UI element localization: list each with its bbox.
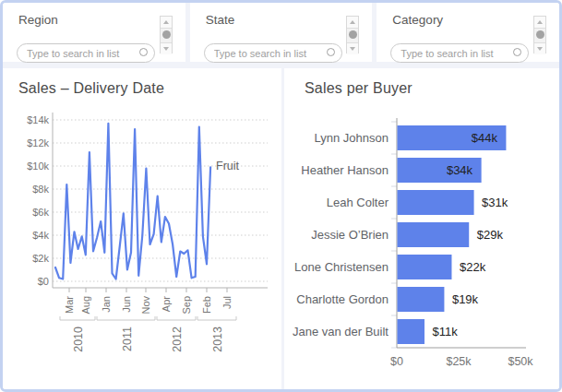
x-tick-label: Jan [101, 296, 112, 313]
filter-search [204, 43, 342, 63]
x-tick-label: Mar [64, 296, 75, 314]
bar-value-label: $34k [447, 163, 473, 177]
scrollbar[interactable] [160, 16, 173, 53]
bar-category-label: Heather Hanson [301, 163, 389, 177]
filter-title: Category [392, 13, 443, 27]
bar-category-label: Lynn Johnson [315, 131, 389, 145]
scrollbar-thumb[interactable] [536, 30, 544, 39]
search-input[interactable] [390, 43, 529, 63]
x-tick-label: Jun [121, 296, 132, 313]
search-input[interactable] [204, 43, 342, 63]
scroll-up-button[interactable] [347, 17, 358, 29]
filter-search [390, 43, 529, 63]
bar-value-label: $44k [472, 131, 498, 145]
bar-value-label: $11k [432, 325, 458, 339]
x-tick-label: Nov [140, 296, 151, 315]
year-bracket [97, 316, 155, 320]
scrollbar-thumb[interactable] [162, 30, 171, 39]
triangle-up-icon [537, 20, 543, 24]
scroll-down-button[interactable] [534, 42, 545, 54]
scrollbar-track[interactable] [161, 29, 172, 42]
scrollbar-thumb[interactable] [349, 30, 357, 39]
year-bracket [60, 316, 95, 320]
x-tick-label: Sep [181, 296, 192, 315]
sales-line-series[interactable] [55, 124, 210, 279]
x-tick-label: Jul [221, 296, 233, 309]
x-tick-label: Apr [161, 296, 172, 312]
bar[interactable] [398, 287, 445, 312]
year-bracket [157, 316, 196, 320]
scroll-up-button[interactable] [534, 17, 545, 29]
search-icon [139, 48, 148, 56]
search-input[interactable] [17, 43, 155, 63]
sales-delivery-line-chart[interactable]: $0$2k$4k$6k$8k$10k$12k$14kMarAugJanJunNo… [3, 68, 281, 389]
bar-value-label: $29k [477, 228, 504, 242]
bar-chart-panel: Sales per Buyer Lynn Johnson$44kHeather … [284, 68, 559, 389]
year-label: 2013 [211, 327, 224, 352]
bar-category-label: Jane van der Built [293, 325, 389, 339]
filter-bar: Region State Category [3, 3, 559, 62]
series-label: Fruit [216, 160, 240, 172]
scrollbar-track[interactable] [347, 29, 358, 42]
bar[interactable] [398, 255, 452, 279]
y-tick-label: $2k [32, 253, 49, 264]
y-tick-label: $8k [32, 184, 49, 195]
triangle-up-icon [350, 20, 355, 24]
filter-state: State [190, 3, 373, 62]
scrollbar-track[interactable] [534, 29, 545, 42]
scrollbar[interactable] [346, 16, 359, 53]
year-label: 2012 [171, 327, 184, 352]
x-tick-label: Feb [201, 296, 212, 314]
x-tick-label: $50k [508, 355, 533, 368]
bar-category-label: Leah Colter [327, 196, 389, 209]
bar-value-label: $22k [460, 260, 486, 274]
bar[interactable] [398, 222, 470, 247]
filter-title: State [206, 13, 235, 27]
bar-category-label: Lone Christensen [294, 260, 389, 274]
bar-value-label: $19k [452, 292, 479, 306]
y-tick-label: $14k [27, 114, 49, 125]
year-label: 2011 [121, 327, 134, 351]
scroll-down-button[interactable] [347, 42, 358, 54]
triangle-down-icon [163, 47, 169, 51]
search-icon [327, 48, 335, 56]
scroll-down-button[interactable] [161, 42, 172, 54]
triangle-down-icon [350, 47, 355, 51]
bar-category-label: Charlotte Gordon [296, 292, 389, 306]
dashboard-frame: Region State Category [0, 0, 562, 392]
filter-title: Region [18, 13, 58, 27]
bar[interactable] [398, 190, 474, 215]
year-label: 2010 [72, 327, 85, 352]
scrollbar[interactable] [533, 16, 546, 53]
y-tick-label: $0 [38, 276, 49, 287]
triangle-up-icon [163, 20, 169, 24]
x-tick-label: Aug [80, 296, 91, 315]
y-tick-label: $4k [32, 230, 49, 241]
bar[interactable] [398, 319, 424, 344]
filter-category: Category [377, 3, 559, 62]
bar-category-label: Jessie O’Brien [311, 228, 389, 242]
filter-region: Region [3, 3, 185, 62]
bar-value-label: $31k [482, 196, 508, 209]
line-chart-panel: Sales – Delivery Date $0$2k$4k$6k$8k$10k… [3, 68, 281, 389]
y-tick-label: $10k [27, 160, 49, 172]
year-bracket [197, 316, 236, 320]
x-tick-label: $0 [390, 355, 403, 368]
filter-search [17, 43, 155, 63]
sales-per-buyer-bar-chart[interactable]: Lynn Johnson$44kHeather Hanson$34kLeah C… [284, 68, 559, 389]
x-tick-label: $25k [446, 355, 472, 368]
triangle-down-icon [537, 47, 543, 51]
scroll-up-button[interactable] [161, 17, 172, 29]
y-tick-label: $6k [32, 207, 49, 218]
y-tick-label: $12k [27, 137, 49, 148]
chart-panels: Sales – Delivery Date $0$2k$4k$6k$8k$10k… [3, 68, 559, 389]
